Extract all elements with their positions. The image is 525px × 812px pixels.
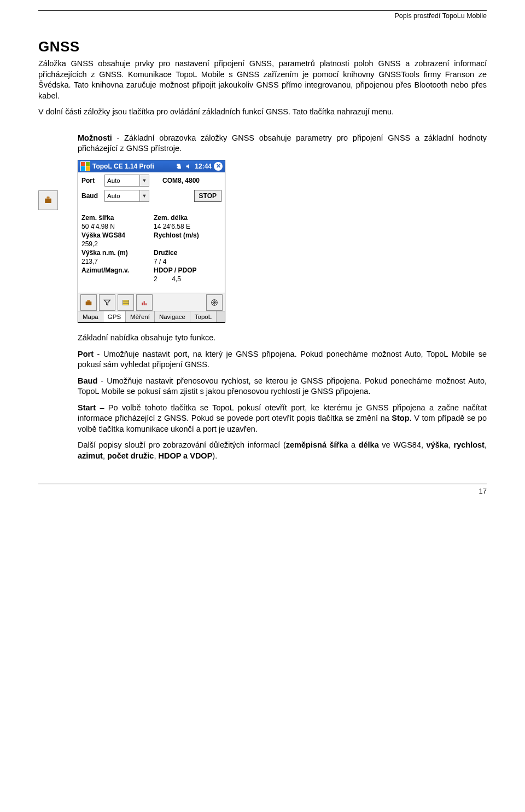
dalsi-e: ). xyxy=(212,451,217,460)
dalsi-d3: azimut xyxy=(78,451,103,460)
field-header: Výška WGS84 xyxy=(81,231,149,239)
dalsi-a: Další popisy slouží pro zobrazování důle… xyxy=(78,440,286,449)
start-paragraph: Start – Po volbě tohoto tlačítka se Topo… xyxy=(78,403,487,435)
tab-mapa[interactable]: Mapa xyxy=(78,311,103,322)
toolbar xyxy=(78,293,225,311)
port-bold: Port xyxy=(78,350,94,358)
readings-grid: Zem. šířka Zem. délka 50 4'4.98 N 14 24'… xyxy=(78,211,225,286)
baud-text: - Umožňuje nastavit přenosovou rychlost,… xyxy=(78,376,487,396)
sync-icon xyxy=(175,163,183,170)
tab-bar: Mapa GPS Měření Navigace TopoL xyxy=(78,311,225,322)
field-header: Rychlost (m/s) xyxy=(154,231,221,239)
moznosti-text: - Základní obrazovka záložky GNSS obsahu… xyxy=(78,134,487,153)
svg-rect-7 xyxy=(142,303,143,305)
svg-rect-9 xyxy=(145,303,147,305)
tab-gps[interactable]: GPS xyxy=(103,311,126,322)
baud-bold: Baud xyxy=(78,376,97,385)
baud-combo[interactable]: Auto ▼ xyxy=(104,190,149,202)
svg-rect-2 xyxy=(86,301,92,305)
tab-topol[interactable]: TopoL xyxy=(190,311,217,322)
intro-paragraph-2: V dolní části záložky jsou tlačítka pro … xyxy=(38,107,487,118)
app-title: TopoL CE 1.14 Profi xyxy=(92,163,154,170)
svg-rect-0 xyxy=(45,199,51,203)
stop-button[interactable]: STOP xyxy=(194,190,221,202)
sep: , xyxy=(448,440,454,449)
field-header: Družice xyxy=(154,249,221,257)
field-value: 7 / 4 xyxy=(154,258,221,265)
field-header: Zem. délka xyxy=(154,214,221,222)
baud-value: Auto xyxy=(105,193,139,199)
bottom-rule xyxy=(38,484,487,485)
dalsi-d2: rychlost xyxy=(454,440,485,449)
field-value: 259,2 xyxy=(81,240,149,248)
port-readout: COM8, 4800 xyxy=(162,177,200,184)
moznosti-label: Možnosti xyxy=(78,134,112,142)
dalsi-d4: počet družic xyxy=(107,451,154,460)
bars-icon[interactable] xyxy=(136,294,153,311)
sep: , xyxy=(103,451,107,460)
dalsi-and: a xyxy=(348,440,358,449)
tab-navigace[interactable]: Navigace xyxy=(155,311,190,322)
field-value: 50 4'4.98 N xyxy=(81,223,149,230)
dalsi-paragraph: Další popisy slouží pro zobrazování důle… xyxy=(78,440,487,461)
chevron-down-icon: ▼ xyxy=(139,175,149,186)
page-header-caption: Popis prostředí TopoLu Mobile xyxy=(38,12,487,20)
stop-bold: Stop xyxy=(392,414,409,422)
port-value: Auto xyxy=(105,177,139,184)
port-label: Port xyxy=(81,177,101,184)
field-value: 213,7 xyxy=(81,258,149,265)
field-header: Azimut/Magn.v. xyxy=(81,266,149,274)
page-number: 17 xyxy=(38,487,487,495)
field-header: Výška n.m. (m) xyxy=(81,249,149,257)
toolbox-icon[interactable] xyxy=(80,294,97,311)
windows-flag-icon xyxy=(80,161,90,171)
table-icon[interactable] xyxy=(118,294,134,311)
start-bold: Start xyxy=(78,403,96,412)
dalsi-d5: HDOP a VDOP xyxy=(158,451,212,460)
top-rule xyxy=(38,10,487,11)
dalsi-d1: výška xyxy=(427,440,448,449)
port-text: - Umožňuje nastavit port, na který je GN… xyxy=(78,350,487,369)
titlebar: TopoL CE 1.14 Profi 12:44 ✕ xyxy=(78,160,225,172)
volume-icon xyxy=(185,163,192,170)
sep: , xyxy=(485,440,487,449)
dalsi-b1: zeměpisná šířka xyxy=(286,440,348,449)
options-icon xyxy=(38,190,58,210)
port-paragraph: Port - Umožňuje nastavit port, na který … xyxy=(78,349,487,370)
baud-label: Baud xyxy=(81,192,101,200)
clock: 12:44 xyxy=(195,163,212,170)
svg-rect-3 xyxy=(87,300,90,301)
basic-menu-intro: Základní nabídka obsahuje tyto funkce. xyxy=(78,333,487,344)
svg-rect-8 xyxy=(144,301,145,305)
chevron-down-icon: ▼ xyxy=(139,190,149,201)
compass-icon[interactable] xyxy=(206,294,223,311)
port-combo[interactable]: Auto ▼ xyxy=(104,175,149,187)
intro-paragraph-1: Záložka GNSS obsahuje prvky pro nastaven… xyxy=(38,59,487,101)
moznosti-paragraph: Možnosti - Základní obrazovka záložky GN… xyxy=(78,133,487,154)
page-title: GNSS xyxy=(38,38,487,55)
dalsi-b2: délka xyxy=(359,440,379,449)
app-screenshot: TopoL CE 1.14 Profi 12:44 ✕ Port Auto ▼ … xyxy=(78,160,225,323)
field-header: HDOP / PDOP xyxy=(154,266,221,274)
svg-rect-1 xyxy=(47,196,50,198)
baud-paragraph: Baud - Umožňuje nastavit přenosovou rych… xyxy=(78,376,487,397)
field-value xyxy=(81,275,149,283)
svg-rect-4 xyxy=(123,300,129,305)
field-value xyxy=(154,240,221,248)
filter-icon[interactable] xyxy=(99,294,115,311)
field-header: Zem. šířka xyxy=(81,214,149,222)
field-value: 14 24'6.58 E xyxy=(154,223,221,230)
tab-mereni[interactable]: Měření xyxy=(126,311,155,322)
field-value: 2 4,5 xyxy=(154,275,221,283)
close-icon[interactable]: ✕ xyxy=(214,162,223,171)
dalsi-c: ve WGS84, xyxy=(379,440,427,449)
